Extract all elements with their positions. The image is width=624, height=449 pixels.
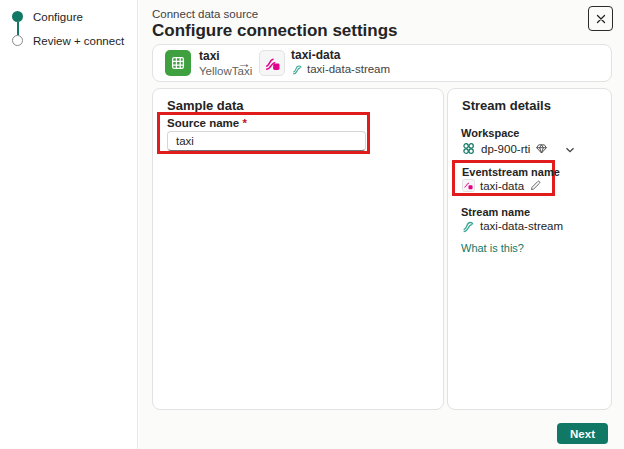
close-icon xyxy=(595,13,607,25)
diamond-icon xyxy=(535,142,548,155)
source-name-label: Source name * xyxy=(167,117,247,129)
table-icon xyxy=(170,55,186,71)
connect-data-source-dialog: Configure Review + connect Connect data … xyxy=(0,0,624,449)
edit-pencil-icon[interactable] xyxy=(529,179,542,192)
next-button[interactable]: Next xyxy=(557,423,608,444)
what-is-this-link[interactable]: What is this? xyxy=(461,242,524,254)
step-connector-line xyxy=(17,22,19,35)
source-destination-card: taxi YellowTaxi → taxi-data xyxy=(152,44,612,82)
close-button[interactable] xyxy=(588,6,613,31)
page-title: Configure connection settings xyxy=(152,21,398,41)
eventstream-name-row: taxi-data xyxy=(462,179,542,192)
destination-info: taxi-data taxi-data-stream xyxy=(291,48,390,75)
destination-stream-name: taxi-data-stream xyxy=(307,63,390,75)
stream-details-heading: Stream details xyxy=(462,98,551,113)
required-asterisk: * xyxy=(242,117,246,129)
eventstream-icon xyxy=(264,55,281,72)
sample-data-heading: Sample data xyxy=(167,98,244,113)
eventstream-name-label: Eventstream name xyxy=(462,166,560,178)
workspace-value: dp-900-rti xyxy=(481,143,530,155)
workspace-selector[interactable]: dp-900-rti xyxy=(461,141,548,156)
breadcrumb: Connect data source xyxy=(152,8,258,20)
step-configure-label[interactable]: Configure xyxy=(33,11,83,23)
stream-details-panel: Stream details Workspace dp-900-rti xyxy=(447,88,612,410)
arrow-right-icon: → xyxy=(237,55,251,71)
stream-name-label: Stream name xyxy=(461,206,530,218)
step-configure-indicator xyxy=(12,11,23,22)
stream-name-value: taxi-data-stream xyxy=(480,220,563,232)
sample-data-panel: Sample data Source name * xyxy=(152,88,444,410)
eventstream-name-value: taxi-data xyxy=(480,180,524,192)
eventstream-small-icon xyxy=(462,179,475,192)
dialog-main-area: Connect data source Configure connection… xyxy=(139,0,624,449)
step-review-label[interactable]: Review + connect xyxy=(33,35,124,47)
source-name-input[interactable] xyxy=(167,131,366,151)
stream-icon xyxy=(461,219,475,233)
chevron-down-icon[interactable] xyxy=(564,144,576,156)
destination-stream-row: taxi-data-stream xyxy=(291,63,390,75)
workspace-icon xyxy=(461,141,476,156)
destination-name: taxi-data xyxy=(291,48,390,62)
destination-tile xyxy=(259,50,285,76)
stream-name-row: taxi-data-stream xyxy=(461,219,563,233)
step-review-indicator xyxy=(12,35,23,46)
wizard-stepper-sidebar: Configure Review + connect xyxy=(0,0,138,449)
stream-icon xyxy=(291,63,303,75)
workspace-label: Workspace xyxy=(461,127,520,139)
source-name-label-text: Source name xyxy=(167,117,239,129)
source-tile xyxy=(165,50,191,76)
